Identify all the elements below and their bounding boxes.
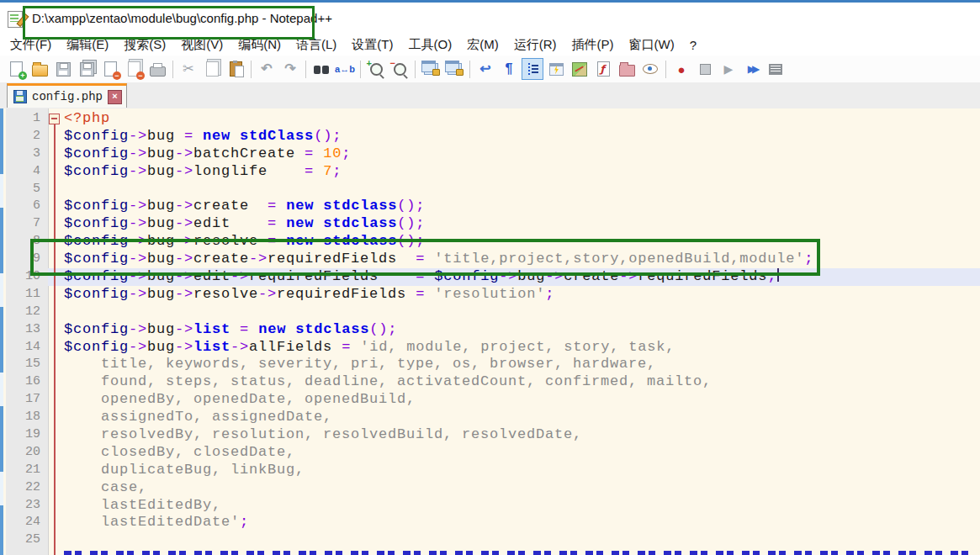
code-text[interactable]: $config->bug = new stdClass();	[64, 128, 980, 145]
code-text[interactable]: $config->bug->create->requiredFields = '…	[64, 251, 980, 268]
fold-margin	[48, 128, 64, 145]
code-line-14: 14$config->bug->list->allFields = 'id, m…	[6, 339, 980, 357]
fold-margin	[48, 339, 64, 357]
code-text[interactable]: resolvedBy, resolution, resolvedBuild, r…	[64, 426, 980, 444]
code-text[interactable]: $config->bug->resolve = new stdclass();	[64, 233, 980, 251]
code-text[interactable]: found, steps, status, deadline, activate…	[64, 373, 980, 391]
code-text[interactable]	[64, 181, 980, 198]
macro-play-icon[interactable]: ▶	[718, 58, 739, 80]
folder-as-workspace-icon[interactable]	[616, 58, 638, 80]
sync-horizontal-scroll-icon[interactable]	[443, 58, 465, 80]
code-line-7: 7$config->bug->edit = new stdclass();	[6, 215, 980, 233]
code-text[interactable]: $config->bug->edit->requiredFields = $co…	[64, 268, 980, 286]
redo-icon[interactable]: ↷	[279, 58, 301, 80]
menu-item-10[interactable]: 插件(P)	[564, 34, 621, 56]
show-all-characters-icon[interactable]: ¶	[498, 58, 520, 80]
cut-icon[interactable]: ✂	[177, 58, 199, 80]
sync-vertical-scroll-icon[interactable]	[420, 58, 442, 80]
code-text[interactable]: $config->bug->list = new stdclass();	[64, 321, 980, 339]
macro-run-multiple-icon[interactable]: ▶▶	[741, 58, 763, 80]
paste-icon[interactable]	[225, 58, 246, 80]
save-file-icon[interactable]	[52, 58, 74, 80]
line-number: 6	[6, 198, 48, 215]
code-lines: 1<?php2$config->bug = new stdClass();3$c…	[6, 110, 980, 549]
fold-margin	[48, 356, 64, 373]
user-defined-dialog-icon[interactable]	[545, 58, 567, 80]
menu-item-12[interactable]: ?	[682, 35, 704, 55]
find-icon[interactable]	[310, 58, 332, 80]
code-text[interactable]: title, keywords, severity, pri, type, os…	[64, 356, 980, 373]
menu-item-9[interactable]: 运行(R)	[506, 34, 564, 56]
code-line-18: 18 assignedTo, assignedDate,	[6, 409, 980, 426]
macro-stop-icon[interactable]	[694, 58, 716, 80]
code-text[interactable]: $config->bug->longlife = 7;	[64, 163, 980, 181]
editor-area[interactable]: 1<?php2$config->bug = new stdClass();3$c…	[0, 108, 980, 555]
save-macro-icon[interactable]	[765, 58, 787, 80]
menu-item-6[interactable]: 设置(T)	[344, 34, 400, 56]
new-file-icon[interactable]: +	[5, 58, 27, 80]
code-line-11: 11$config->bug->resolve->requiredFields …	[6, 286, 980, 304]
toolbar-separator	[415, 61, 416, 78]
indent-guide-icon[interactable]	[522, 58, 543, 80]
code-text[interactable]: case,	[64, 479, 980, 497]
code-text[interactable]: $config->bug->resolve->requiredFields = …	[64, 286, 980, 304]
code-text[interactable]: $config->bug->batchCreate = 10;	[64, 145, 980, 163]
code-text[interactable]: $config->bug->create = new stdclass();	[64, 198, 980, 215]
code-line-10: 10$config->bug->edit->requiredFields = $…	[6, 268, 980, 286]
line-number: 8	[6, 233, 48, 251]
fold-collapse-icon[interactable]	[49, 114, 60, 124]
tab-close-icon[interactable]: ×	[108, 90, 122, 104]
menu-item-3[interactable]: 视图(V)	[173, 34, 230, 56]
save-all-icon[interactable]	[76, 58, 98, 80]
code-text[interactable]: lastEditedBy,	[64, 497, 980, 515]
tab-config-php[interactable]: config.php ×	[7, 83, 127, 108]
menu-item-11[interactable]: 窗口(W)	[621, 34, 681, 56]
fold-margin	[48, 321, 64, 339]
code-text[interactable]: lastEditedDate';	[64, 514, 980, 531]
code-text[interactable]	[64, 304, 980, 321]
title-bar[interactable]: D:\xampp\zentao\module\bug\config.php - …	[0, 3, 980, 34]
code-line-4: 4$config->bug->longlife = 7;	[6, 163, 980, 181]
close-all-icon[interactable]: −	[123, 58, 145, 80]
fold-margin	[48, 444, 64, 462]
line-number: 5	[6, 181, 48, 198]
function-list-icon[interactable]	[592, 58, 614, 80]
zoom-in-icon[interactable]: +	[365, 58, 387, 80]
menu-item-1[interactable]: 编辑(E)	[59, 34, 116, 56]
menu-item-4[interactable]: 编码(N)	[230, 34, 289, 56]
code-text[interactable]	[64, 531, 980, 549]
toolbar: +−−✂↶↷a↔b+−↩¶●▶▶▶	[0, 56, 980, 82]
code-text[interactable]: closedBy, closedDate,	[64, 444, 980, 462]
code-text[interactable]: duplicateBug, linkBug,	[64, 462, 980, 479]
fold-margin	[48, 233, 64, 251]
menu-item-5[interactable]: 语言(L)	[289, 34, 344, 56]
code-text[interactable]: <?php	[64, 110, 980, 128]
menu-item-7[interactable]: 工具(O)	[400, 34, 459, 56]
menu-item-2[interactable]: 搜索(S)	[116, 34, 173, 56]
menu-item-8[interactable]: 宏(M)	[459, 34, 506, 56]
code-text[interactable]: $config->bug->list->allFields = 'id, mod…	[64, 339, 980, 357]
code-text[interactable]: $config->bug->edit = new stdclass();	[64, 215, 980, 233]
toolbar-separator	[251, 61, 252, 78]
close-file-icon[interactable]: −	[99, 58, 121, 80]
code-text[interactable]: openedBy, openedDate, openedBuild,	[64, 391, 980, 409]
macro-record-icon[interactable]: ●	[670, 58, 692, 80]
fold-margin	[48, 163, 64, 181]
monitoring-icon[interactable]	[639, 58, 661, 80]
menu-item-0[interactable]: 文件(F)	[3, 34, 59, 56]
copy-icon[interactable]	[201, 58, 223, 80]
document-map-icon[interactable]	[569, 58, 591, 80]
replace-icon[interactable]: a↔b	[334, 58, 356, 80]
line-number: 2	[6, 128, 48, 145]
code-text[interactable]: assignedTo, assignedDate,	[64, 409, 980, 426]
print-icon[interactable]	[146, 58, 168, 80]
line-number: 24	[6, 514, 48, 531]
code-line-15: 15 title, keywords, severity, pri, type,…	[6, 356, 980, 373]
word-wrap-icon[interactable]: ↩	[474, 58, 496, 80]
undo-icon[interactable]: ↶	[256, 58, 278, 80]
zoom-out-icon[interactable]: −	[389, 58, 411, 80]
line-number: 11	[6, 286, 48, 304]
fold-margin	[48, 198, 64, 215]
fold-margin	[48, 409, 64, 426]
open-file-icon[interactable]	[29, 58, 50, 80]
